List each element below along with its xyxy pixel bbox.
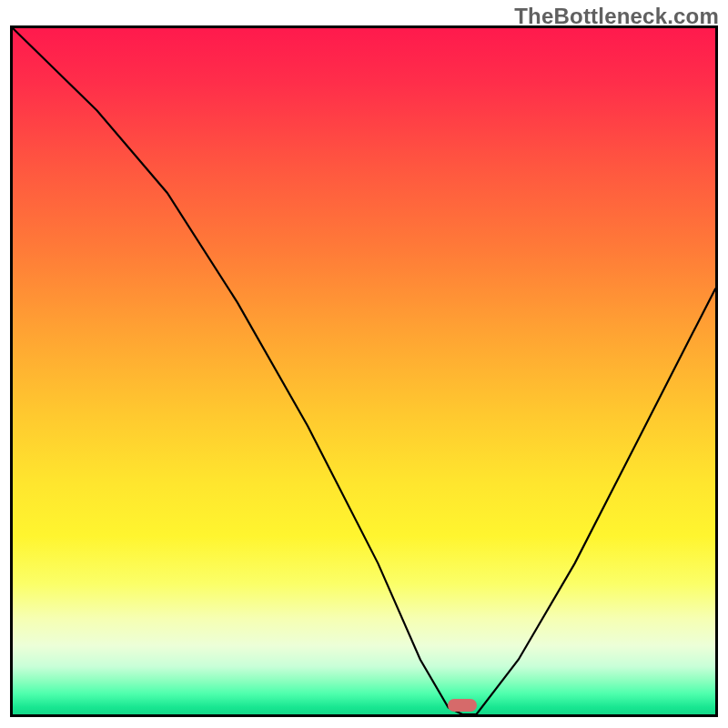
curve-svg [13,28,715,714]
bottleneck-curve [13,28,715,714]
plot-area [10,25,718,717]
optimal-marker [448,699,477,712]
chart-frame: TheBottleneck.com [0,0,728,728]
